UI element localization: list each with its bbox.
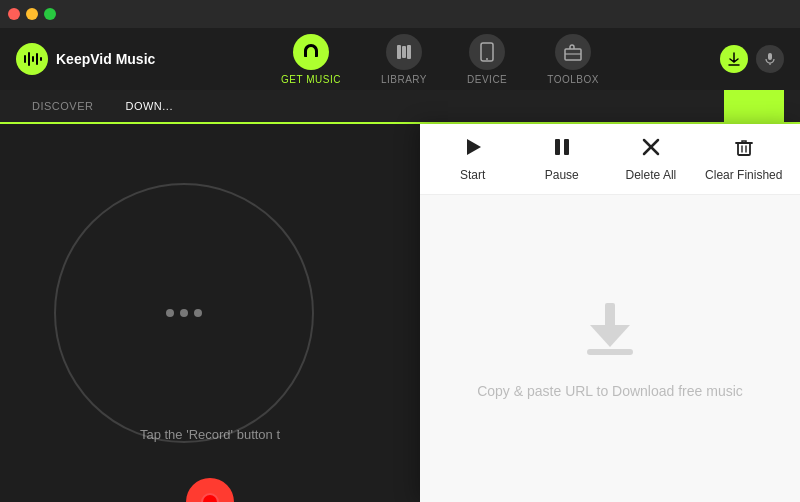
delete-all-button[interactable]: Delete All xyxy=(616,136,686,182)
circle-container xyxy=(54,183,314,443)
svg-marker-26 xyxy=(590,325,630,347)
svg-rect-8 xyxy=(402,46,406,58)
svg-rect-4 xyxy=(40,57,42,61)
phone-icon xyxy=(478,42,496,62)
svg-rect-6 xyxy=(315,53,318,57)
left-panel: Tap the 'Record' button t xyxy=(0,124,420,502)
sub-nav: DISCOVER DOWN... xyxy=(0,90,800,124)
get-music-icon xyxy=(293,34,329,70)
delete-all-icon xyxy=(640,136,662,162)
window-controls xyxy=(8,8,56,20)
empty-download-svg xyxy=(575,295,645,365)
header-right xyxy=(704,45,784,73)
title-bar xyxy=(0,0,800,28)
empty-state-text: Copy & paste URL to Download free music xyxy=(477,381,743,402)
pause-button[interactable]: Pause xyxy=(527,136,597,182)
svg-rect-17 xyxy=(555,139,560,155)
svg-rect-7 xyxy=(397,45,401,59)
dot-3 xyxy=(194,309,202,317)
dots-area xyxy=(166,309,202,317)
nav-label-device: DEVICE xyxy=(467,74,507,85)
dot-2 xyxy=(180,309,188,317)
svg-marker-16 xyxy=(467,139,481,155)
play-icon xyxy=(462,136,484,158)
svg-rect-21 xyxy=(738,143,750,155)
library-icon xyxy=(386,34,422,70)
clear-finished-icon xyxy=(733,136,755,162)
nav-item-library[interactable]: LIBRARY xyxy=(361,26,447,93)
svg-rect-2 xyxy=(32,56,34,62)
start-icon xyxy=(462,136,484,162)
start-label: Start xyxy=(460,168,485,182)
pause-svg-icon xyxy=(551,136,573,158)
empty-download-icon xyxy=(575,295,645,365)
dot-1 xyxy=(166,309,174,317)
nav-items: GET MUSIC LIBRARY DEVICE xyxy=(176,26,704,93)
download-header-button[interactable] xyxy=(720,45,748,73)
nav-label-get-music: GET MUSIC xyxy=(281,74,341,85)
svg-rect-0 xyxy=(24,55,26,63)
svg-rect-3 xyxy=(36,53,38,65)
main-content: Tap the 'Record' button t Start xyxy=(0,124,800,502)
nav-item-device[interactable]: DEVICE xyxy=(447,26,527,93)
svg-rect-18 xyxy=(564,139,569,155)
logo-waveform-icon xyxy=(22,49,42,69)
maximize-button[interactable] xyxy=(44,8,56,20)
headphones-icon xyxy=(301,42,321,62)
app-title: KeepVid Music xyxy=(56,51,155,67)
clear-finished-label: Clear Finished xyxy=(705,168,782,182)
clear-finished-button[interactable]: Clear Finished xyxy=(705,136,782,182)
header: KeepVid Music GET MUSIC L xyxy=(0,28,800,90)
svg-rect-27 xyxy=(587,349,633,355)
record-button[interactable] xyxy=(186,478,234,502)
nav-label-library: LIBRARY xyxy=(381,74,427,85)
delete-all-label: Delete All xyxy=(626,168,677,182)
pause-icon xyxy=(551,136,573,162)
record-hint-text: Tap the 'Record' button t xyxy=(0,427,420,442)
svg-rect-14 xyxy=(768,53,772,60)
logo-area: KeepVid Music xyxy=(16,43,176,75)
x-icon xyxy=(640,136,662,158)
sub-nav-right xyxy=(724,89,784,123)
sub-nav-green-indicator xyxy=(724,89,784,123)
close-button[interactable] xyxy=(8,8,20,20)
nav-item-get-music[interactable]: GET MUSIC xyxy=(261,26,361,93)
start-button[interactable]: Start xyxy=(438,136,508,182)
svg-rect-1 xyxy=(28,52,30,66)
minimize-button[interactable] xyxy=(26,8,38,20)
trash-icon xyxy=(733,136,755,158)
visualization-circle xyxy=(54,183,314,443)
dropdown-panel: Start Pause Delete All xyxy=(420,124,800,502)
svg-rect-9 xyxy=(407,45,411,59)
nav-label-toolbox: TOOLBOX xyxy=(547,74,599,85)
svg-rect-5 xyxy=(304,53,307,57)
download-header-icon xyxy=(727,52,741,66)
microphone-header-icon xyxy=(763,52,777,66)
toolbox-icon xyxy=(555,34,591,70)
sub-nav-download[interactable]: DOWN... xyxy=(109,90,189,122)
record-button-inner xyxy=(201,493,219,502)
sub-nav-discover[interactable]: DISCOVER xyxy=(16,90,109,122)
pause-label: Pause xyxy=(545,168,579,182)
empty-state: Copy & paste URL to Download free music xyxy=(420,195,800,502)
svg-point-11 xyxy=(486,58,488,60)
mic-header-button[interactable] xyxy=(756,45,784,73)
device-icon xyxy=(469,34,505,70)
logo-icon xyxy=(16,43,48,75)
nav-item-toolbox[interactable]: TOOLBOX xyxy=(527,26,619,93)
toolbox-case-icon xyxy=(563,43,583,61)
dropdown-toolbar: Start Pause Delete All xyxy=(420,124,800,195)
library-books-icon xyxy=(394,42,414,62)
